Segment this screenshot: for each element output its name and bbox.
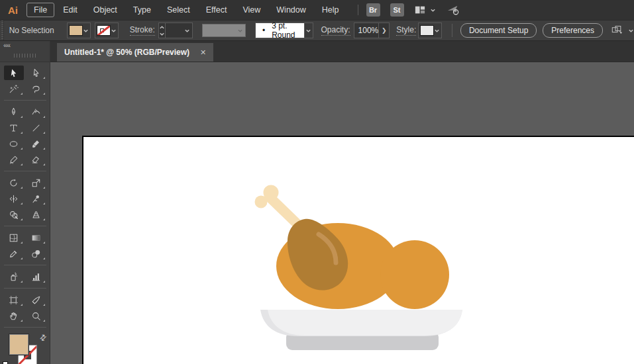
toolbar-divider bbox=[4, 327, 46, 328]
perspective-grid-tool[interactable] bbox=[26, 207, 46, 222]
brush-dot: • bbox=[262, 26, 265, 35]
swap-fill-stroke-icon[interactable]: ⇄ bbox=[38, 332, 49, 343]
stroke-none-swatch[interactable] bbox=[97, 25, 111, 36]
default-fill-stroke-icon[interactable] bbox=[3, 361, 12, 364]
selection-tool[interactable] bbox=[4, 66, 24, 80]
toolbar-divider bbox=[4, 226, 46, 226]
preferences-button[interactable]: Preferences bbox=[543, 23, 603, 38]
share-screen-icon[interactable] bbox=[447, 4, 460, 16]
chevron-up-icon[interactable] bbox=[159, 24, 165, 30]
document-tab[interactable]: Untitled-1* @ 50% (RGB/Preview) ✕ bbox=[57, 43, 213, 62]
menu-items: FileEditObjectTypeSelectEffectViewWindow… bbox=[26, 3, 347, 17]
zoom-tool[interactable] bbox=[26, 308, 46, 323]
chevron-down-icon[interactable] bbox=[83, 28, 89, 34]
chevron-right-icon[interactable]: ❯ bbox=[378, 23, 389, 38]
workspace-switcher-icon[interactable] bbox=[414, 5, 426, 15]
type-tool[interactable] bbox=[4, 120, 24, 135]
width-tool[interactable] bbox=[4, 191, 24, 206]
eyedropper-tool[interactable] bbox=[4, 246, 24, 261]
shaper-tool[interactable] bbox=[4, 152, 24, 167]
artboard-tool[interactable] bbox=[4, 293, 24, 307]
toolbar-divider bbox=[4, 100, 46, 101]
tools-grid bbox=[4, 66, 46, 330]
canvas-pasteboard[interactable] bbox=[50, 62, 634, 364]
bridge-button[interactable]: Br bbox=[366, 3, 380, 17]
menu-item-type[interactable]: Type bbox=[126, 3, 158, 17]
control-bar: No Selection Stroke: • 3 pt. Round Opaci… bbox=[0, 20, 634, 41]
slice-tool[interactable] bbox=[26, 293, 46, 307]
toolbar-divider bbox=[4, 288, 46, 289]
style-label[interactable]: Style: bbox=[396, 25, 416, 36]
opacity-label[interactable]: Opacity: bbox=[321, 25, 350, 36]
chevron-down-icon[interactable] bbox=[434, 28, 440, 34]
rotate-tool[interactable] bbox=[4, 175, 24, 190]
pen-tool[interactable] bbox=[4, 105, 24, 119]
line-segment-tool[interactable] bbox=[26, 120, 46, 135]
chevron-down-icon[interactable] bbox=[430, 7, 436, 13]
opacity-value[interactable]: 100% bbox=[354, 26, 379, 35]
fill-color-swatch[interactable] bbox=[69, 25, 83, 36]
tab-bar: Untitled-1* @ 50% (RGB/Preview) ✕ bbox=[50, 41, 634, 62]
blend-tool[interactable] bbox=[26, 246, 46, 261]
symbol-sprayer-tool[interactable] bbox=[4, 269, 24, 284]
lasso-tool[interactable] bbox=[26, 81, 46, 96]
menu-item-effect[interactable]: Effect bbox=[199, 3, 235, 17]
style-control[interactable] bbox=[418, 23, 442, 38]
chevron-down-icon bbox=[237, 28, 243, 34]
brush-value: 3 pt. Round bbox=[272, 21, 298, 40]
menu-item-object[interactable]: Object bbox=[86, 3, 125, 17]
opacity-field[interactable]: 100% ❯ bbox=[354, 23, 390, 38]
panel-grip-handle[interactable] bbox=[14, 54, 36, 58]
main-area: «« ⇄ bbox=[0, 41, 634, 364]
document-setup-button[interactable]: Document Setup bbox=[460, 23, 537, 38]
stroke-color-control[interactable] bbox=[95, 23, 119, 38]
plate[interactable] bbox=[268, 310, 462, 336]
direct-selection-tool[interactable] bbox=[26, 66, 46, 80]
paintbrush-tool[interactable] bbox=[26, 136, 46, 151]
column-graph-tool[interactable] bbox=[26, 269, 46, 284]
stroke-weight-label[interactable]: Stroke: bbox=[130, 25, 155, 36]
toolbar-divider bbox=[4, 265, 46, 265]
close-icon[interactable]: ✕ bbox=[200, 48, 206, 57]
menu-item-window[interactable]: Window bbox=[269, 3, 313, 17]
scale-tool[interactable] bbox=[26, 175, 46, 190]
turkey-body-right[interactable] bbox=[380, 240, 449, 309]
mesh-tool[interactable] bbox=[4, 230, 24, 245]
menu-item-help[interactable]: Help bbox=[315, 3, 346, 17]
bone-knob-small[interactable] bbox=[255, 196, 268, 208]
magic-wand-tool[interactable] bbox=[4, 81, 24, 96]
brush-definition-field[interactable]: • 3 pt. Round bbox=[255, 23, 305, 38]
fill-color-control[interactable] bbox=[67, 23, 91, 38]
brush-dropdown-button[interactable] bbox=[305, 23, 313, 38]
menu-item-view[interactable]: View bbox=[235, 3, 268, 17]
curvature-tool[interactable] bbox=[26, 105, 46, 119]
collapse-panel-icon[interactable]: «« bbox=[3, 41, 10, 49]
stroke-weight-stepper[interactable] bbox=[158, 23, 166, 38]
style-swatch[interactable] bbox=[420, 25, 434, 36]
chevron-down-icon[interactable] bbox=[628, 28, 634, 34]
shape-builder-tool[interactable] bbox=[4, 207, 24, 222]
variable-width-profile-dropdown bbox=[202, 24, 246, 37]
menu-item-edit[interactable]: Edit bbox=[56, 3, 85, 17]
chevron-down-icon[interactable] bbox=[159, 31, 165, 37]
stock-button[interactable]: St bbox=[390, 3, 404, 17]
puppet-warp-tool[interactable] bbox=[26, 191, 46, 206]
hand-tool[interactable] bbox=[4, 308, 24, 323]
menu-item-select[interactable]: Select bbox=[160, 3, 197, 17]
fill-stroke-widget: ⇄ bbox=[0, 334, 50, 364]
stroke-weight-dropdown[interactable] bbox=[166, 23, 193, 38]
touch-workspace-icon[interactable] bbox=[611, 25, 624, 36]
control-bar-grip[interactable] bbox=[0, 21, 4, 40]
menu-item-file[interactable]: File bbox=[26, 3, 54, 17]
chevron-down-icon[interactable] bbox=[184, 28, 190, 34]
eraser-tool[interactable] bbox=[26, 152, 46, 167]
chevron-down-icon[interactable] bbox=[111, 28, 117, 34]
fill-indicator[interactable] bbox=[9, 334, 28, 355]
gradient-tool[interactable] bbox=[26, 230, 46, 245]
tools-panel-header: «« bbox=[0, 41, 50, 62]
brush-definition-control[interactable]: • 3 pt. Round bbox=[255, 23, 313, 38]
ellipse-tool[interactable] bbox=[4, 136, 24, 151]
turkey-artwork[interactable] bbox=[252, 182, 470, 354]
control-bar-divider bbox=[452, 24, 452, 37]
toolbar-divider bbox=[4, 171, 46, 171]
